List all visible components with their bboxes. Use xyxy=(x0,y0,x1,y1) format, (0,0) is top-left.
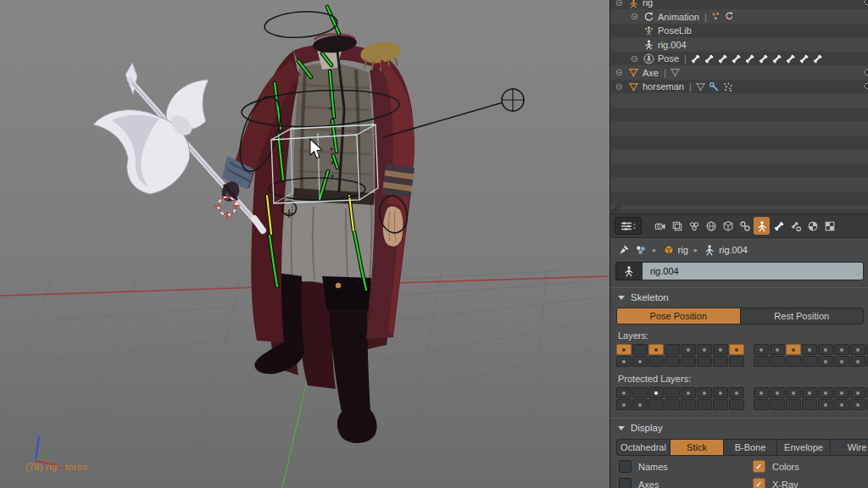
bone-icon[interactable] xyxy=(704,53,715,64)
layer-toggle[interactable] xyxy=(697,344,712,355)
layer-toggle[interactable] xyxy=(665,356,680,367)
bone-icon[interactable] xyxy=(690,53,701,64)
envelope-button[interactable]: Envelope xyxy=(776,439,831,456)
layer-toggle[interactable] xyxy=(713,399,728,410)
layer-toggle[interactable] xyxy=(754,399,769,410)
tab-world[interactable] xyxy=(703,217,719,235)
horseman-model[interactable] xyxy=(93,34,415,443)
bone-icon[interactable] xyxy=(758,53,769,64)
layer-toggle[interactable] xyxy=(786,399,801,410)
bone-icon[interactable] xyxy=(717,53,728,64)
layer-toggle[interactable] xyxy=(729,356,744,367)
outliner-panel[interactable]: rigAnimation|PoseLibrig.004Pose|Axe|hors… xyxy=(609,0,868,214)
layer-toggle[interactable] xyxy=(616,344,632,355)
expand-toggle-icon[interactable] xyxy=(616,84,622,90)
keyingset-icon[interactable] xyxy=(710,11,721,22)
layer-toggle[interactable] xyxy=(850,356,865,367)
breadcrumb-data[interactable]: rig.004 xyxy=(704,244,748,256)
checkbox-box[interactable]: ✓ xyxy=(753,478,765,488)
layer-toggle[interactable] xyxy=(834,356,849,367)
layer-toggle[interactable] xyxy=(681,344,696,355)
outliner-row-rig-004[interactable]: rig.004 xyxy=(610,38,868,53)
layer-toggle[interactable] xyxy=(818,344,833,355)
layer-toggle[interactable] xyxy=(697,387,712,398)
layer-toggle[interactable] xyxy=(697,399,712,410)
outliner-row-horseman[interactable]: horseman| xyxy=(610,80,868,94)
checkbox-box[interactable]: ✓ xyxy=(753,460,765,473)
restrict-view-toggle[interactable] xyxy=(864,67,868,80)
layer-toggle[interactable] xyxy=(648,387,664,398)
layer-toggle[interactable] xyxy=(802,399,817,410)
tab-render[interactable] xyxy=(652,217,668,235)
bone-icon[interactable] xyxy=(731,53,742,64)
bone-icon[interactable] xyxy=(785,53,796,64)
layer-toggle[interactable] xyxy=(802,344,817,355)
layer-toggle[interactable] xyxy=(681,399,696,410)
checkbox-x-ray[interactable]: ✓X-Ray xyxy=(753,478,860,488)
layer-toggle[interactable] xyxy=(770,387,785,398)
outliner-row-poselib[interactable]: PoseLib xyxy=(610,24,868,38)
rest-position-button[interactable]: Rest Position xyxy=(740,308,865,324)
expand-toggle-icon[interactable] xyxy=(632,56,637,62)
checkbox-box[interactable] xyxy=(619,478,632,488)
restrict-view-toggle[interactable] xyxy=(864,80,868,93)
tab-bone[interactable] xyxy=(771,217,787,235)
layer-toggle[interactable] xyxy=(834,387,849,398)
outliner-row-rig[interactable]: rig xyxy=(610,0,868,10)
layer-toggle[interactable] xyxy=(616,356,632,367)
id-type-button[interactable] xyxy=(615,262,642,280)
layer-toggle[interactable] xyxy=(665,344,680,355)
outliner-row-pose[interactable]: Pose| xyxy=(610,52,868,66)
layer-toggle[interactable] xyxy=(786,387,801,398)
tab-constraints[interactable] xyxy=(737,217,753,235)
layer-toggle[interactable] xyxy=(729,387,744,398)
layer-toggle[interactable] xyxy=(632,387,648,398)
bone-icon[interactable] xyxy=(812,53,823,64)
outliner-row-animation[interactable]: Animation| xyxy=(610,10,868,25)
layer-toggle[interactable] xyxy=(681,387,696,398)
layer-toggle[interactable] xyxy=(616,399,632,410)
layer-toggle[interactable] xyxy=(754,356,769,367)
layer-toggle[interactable] xyxy=(648,356,664,367)
expand-toggle-icon[interactable] xyxy=(632,14,637,19)
pose-position-button[interactable]: Pose Position xyxy=(616,308,741,324)
layer-toggle[interactable] xyxy=(850,399,865,410)
breadcrumb-object[interactable]: rig xyxy=(663,244,688,256)
3d-viewport[interactable]: y x (78) rig : torso xyxy=(0,0,609,488)
mesh-ghost-icon[interactable] xyxy=(695,81,706,92)
layer-toggle[interactable] xyxy=(754,387,769,398)
layer-toggle[interactable] xyxy=(648,344,664,355)
layer-toggle[interactable] xyxy=(818,387,833,398)
layer-toggle[interactable] xyxy=(754,344,769,355)
checkbox-colors[interactable]: ✓Colors xyxy=(753,460,860,473)
layer-toggle[interactable] xyxy=(713,387,728,398)
stick-button[interactable]: Stick xyxy=(670,439,724,456)
checkbox-axes[interactable]: Axes xyxy=(619,478,753,488)
layer-toggle[interactable] xyxy=(713,344,728,355)
tab-bone-constraints[interactable] xyxy=(787,217,804,235)
restrict-view-toggle[interactable] xyxy=(864,0,868,9)
mesh-ghost-icon[interactable] xyxy=(670,67,681,78)
layer-toggle[interactable] xyxy=(770,344,785,355)
layer-toggle[interactable] xyxy=(818,399,833,410)
expand-toggle-icon[interactable] xyxy=(616,69,622,75)
layer-toggle[interactable] xyxy=(697,356,712,367)
layer-toggle[interactable] xyxy=(786,344,801,355)
layer-toggle[interactable] xyxy=(850,387,865,398)
layer-toggle[interactable] xyxy=(834,399,849,410)
editor-type-button[interactable] xyxy=(615,217,642,235)
datablock-name-input[interactable] xyxy=(642,262,864,280)
layer-toggle[interactable] xyxy=(648,399,664,410)
tab-material[interactable] xyxy=(804,217,821,235)
bone-icon[interactable] xyxy=(798,53,810,64)
action-icon[interactable] xyxy=(724,11,735,22)
checkbox-names[interactable]: Names xyxy=(619,460,753,473)
layer-toggle[interactable] xyxy=(802,387,817,398)
layer-toggle[interactable] xyxy=(770,399,785,410)
panel-resize-grip[interactable] xyxy=(611,202,621,213)
layer-toggle[interactable] xyxy=(616,387,632,398)
layer-toggle[interactable] xyxy=(665,399,680,410)
layer-toggle[interactable] xyxy=(729,344,744,355)
outliner-row-axe[interactable]: Axe| xyxy=(610,66,868,80)
layer-toggle[interactable] xyxy=(770,356,785,367)
